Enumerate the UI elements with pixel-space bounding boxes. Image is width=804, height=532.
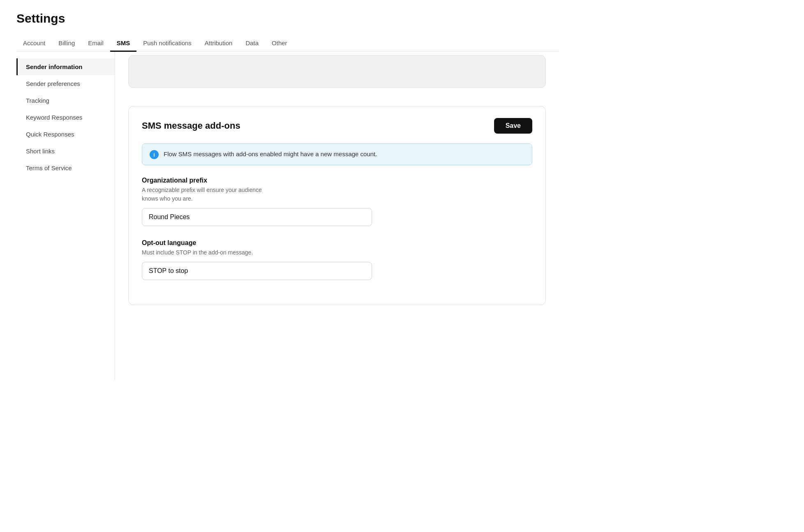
tab-push-notifications[interactable]: Push notifications [136, 35, 198, 52]
sidebar-item-terms-of-service[interactable]: Terms of Service [16, 160, 115, 176]
tab-sms[interactable]: SMS [110, 35, 137, 52]
sidebar-item-short-links[interactable]: Short links [16, 143, 115, 160]
info-icon: i [150, 150, 159, 159]
info-banner-text: Flow SMS messages with add-ons enabled m… [164, 150, 377, 159]
tab-billing[interactable]: Billing [52, 35, 81, 52]
opt-out-input[interactable] [142, 262, 372, 280]
top-nav: Account Billing Email SMS Push notificat… [16, 35, 559, 52]
page-container: Settings Account Billing Email SMS Push … [0, 0, 575, 392]
page-title: Settings [16, 12, 559, 25]
opt-out-section: Opt-out language Must include STOP in th… [142, 239, 532, 280]
card-title: SMS message add-ons [142, 120, 240, 131]
opt-out-description: Must include STOP in the add-on message. [142, 248, 532, 257]
sidebar-item-tracking[interactable]: Tracking [16, 92, 115, 109]
tab-account[interactable]: Account [16, 35, 52, 52]
sidebar-item-sender-information[interactable]: Sender information [16, 58, 115, 75]
org-prefix-section: Organizational prefix A recognizable pre… [142, 177, 532, 226]
sidebar: Sender information Sender preferences Tr… [16, 52, 115, 381]
main-layout: Sender information Sender preferences Tr… [16, 52, 559, 381]
tab-other[interactable]: Other [265, 35, 294, 52]
tab-data[interactable]: Data [239, 35, 265, 52]
content-area: SMS message add-ons Save i Flow SMS mess… [115, 52, 559, 381]
tab-email[interactable]: Email [81, 35, 110, 52]
card-header: SMS message add-ons Save [142, 118, 532, 134]
save-button[interactable]: Save [494, 118, 532, 134]
sidebar-item-keyword-responses[interactable]: Keyword Responses [16, 109, 115, 126]
card-sms-addons: SMS message add-ons Save i Flow SMS mess… [128, 106, 546, 305]
org-prefix-label: Organizational prefix [142, 177, 532, 184]
org-prefix-input[interactable] [142, 208, 372, 226]
org-prefix-description: A recognizable prefix will ensure your a… [142, 186, 532, 203]
tab-attribution[interactable]: Attribution [198, 35, 239, 52]
opt-out-label: Opt-out language [142, 239, 532, 247]
sidebar-item-quick-responses[interactable]: Quick Responses [16, 126, 115, 143]
info-banner: i Flow SMS messages with add-ons enabled… [142, 143, 532, 165]
card-top-partial [128, 55, 546, 88]
sidebar-item-sender-preferences[interactable]: Sender preferences [16, 75, 115, 92]
